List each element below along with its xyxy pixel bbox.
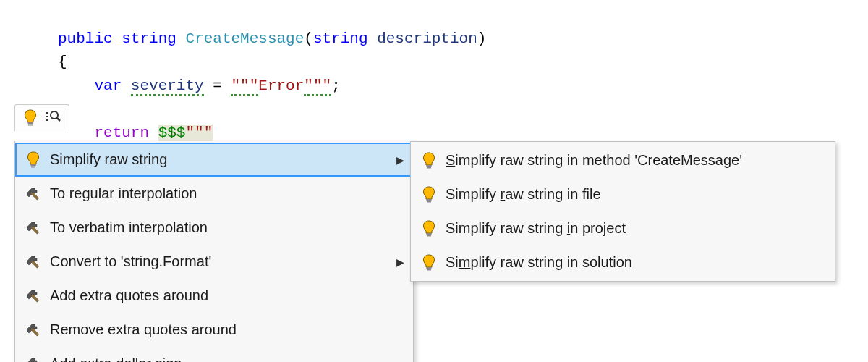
quick-actions-menu: Simplify raw string▶To regular interpola… — [14, 141, 414, 362]
menu-item-label: Add extra dollar sign — [50, 355, 404, 362]
svg-rect-11 — [31, 260, 39, 268]
var-severity: severity — [131, 77, 204, 96]
menu-item-label: Remove extra quotes around — [50, 321, 404, 338]
chevron-right-icon: ▶ — [396, 256, 404, 268]
paren-close: ) — [477, 30, 487, 47]
keyword-string: string — [122, 30, 176, 47]
equals: = — [204, 77, 231, 94]
search-icon — [44, 108, 61, 128]
param-name: description — [377, 30, 477, 47]
keyword-var: var — [94, 77, 122, 94]
submenu-item[interactable]: Simplify raw string in method 'CreateMes… — [411, 143, 835, 177]
submenu-item-label: Simplify raw string in project — [446, 220, 826, 237]
submenu-item-label: Simplify raw string in method 'CreateMes… — [446, 152, 826, 169]
menu-item[interactable]: Remove extra quotes around — [15, 313, 413, 347]
hammer-icon — [22, 186, 44, 202]
svg-rect-15 — [427, 165, 432, 167]
svg-rect-22 — [427, 269, 431, 270]
menu-item-label: Simplify raw string — [50, 151, 396, 168]
svg-rect-10 — [31, 226, 39, 234]
menu-item-label: Convert to 'string.Format' — [50, 253, 396, 270]
svg-rect-19 — [427, 233, 432, 235]
svg-rect-16 — [427, 167, 431, 168]
string-open-quotes: """ — [231, 77, 258, 96]
hammer-icon — [22, 356, 44, 363]
brace-open: { — [58, 54, 67, 70]
lightbulb-icon — [418, 220, 440, 237]
menu-item[interactable]: To verbatim interpolation — [15, 211, 413, 245]
quick-actions-button[interactable] — [14, 104, 69, 131]
svg-rect-17 — [427, 199, 432, 201]
hammer-icon — [22, 254, 44, 270]
submenu-item[interactable]: Simplify raw string in solution — [411, 245, 835, 279]
submenu-item[interactable]: Simplify raw string in project — [411, 211, 835, 245]
svg-rect-8 — [31, 166, 35, 167]
lightbulb-icon — [22, 151, 44, 169]
quick-actions-submenu: Simplify raw string in method 'CreateMes… — [410, 141, 835, 282]
menu-item[interactable]: Add extra quotes around — [15, 279, 413, 313]
svg-rect-13 — [31, 328, 39, 336]
submenu-item[interactable]: Simplify raw string in file — [411, 177, 835, 211]
svg-rect-0 — [28, 122, 33, 124]
menu-item[interactable]: Convert to 'string.Format'▶ — [15, 245, 413, 279]
svg-rect-7 — [31, 164, 36, 166]
submenu-item-label: Simplify raw string in file — [446, 186, 826, 203]
lightbulb-icon — [418, 152, 440, 169]
menu-item[interactable]: Simplify raw string▶ — [15, 143, 413, 177]
menu-item[interactable]: Add extra dollar sign — [15, 347, 413, 362]
menu-item-label: To regular interpolation — [50, 185, 404, 202]
hammer-icon — [22, 220, 44, 236]
method-name: CreateMessage — [185, 30, 304, 47]
hammer-icon — [22, 322, 44, 338]
svg-rect-12 — [31, 294, 39, 302]
hammer-icon — [22, 288, 44, 304]
submenu-item-label: Simplify raw string in solution — [446, 254, 826, 271]
keyword-public: public — [58, 30, 113, 47]
string-value: Error — [258, 77, 304, 94]
menu-item[interactable]: To regular interpolation — [15, 177, 413, 211]
svg-rect-9 — [31, 192, 39, 200]
raw-string-open: """ — [185, 125, 213, 141]
svg-rect-1 — [28, 125, 33, 126]
code-editor[interactable]: public string CreateMessage(string descr… — [0, 0, 868, 145]
paren-open: ( — [304, 30, 313, 47]
menu-item-label: To verbatim interpolation — [50, 219, 404, 236]
chevron-right-icon: ▶ — [396, 154, 404, 166]
svg-rect-18 — [427, 201, 431, 202]
svg-line-6 — [57, 118, 61, 122]
lightbulb-icon — [418, 186, 440, 203]
semicolon: ; — [331, 77, 341, 94]
svg-rect-20 — [427, 235, 431, 236]
keyword-return: return — [94, 125, 149, 141]
svg-rect-21 — [427, 267, 432, 269]
lightbulb-icon — [418, 254, 440, 272]
string-close-quotes: """ — [304, 77, 331, 96]
menu-item-label: Add extra quotes around — [50, 287, 404, 304]
lightbulb-icon — [20, 109, 41, 127]
dollar-signs: $$$ — [158, 125, 186, 141]
param-type: string — [313, 30, 368, 47]
